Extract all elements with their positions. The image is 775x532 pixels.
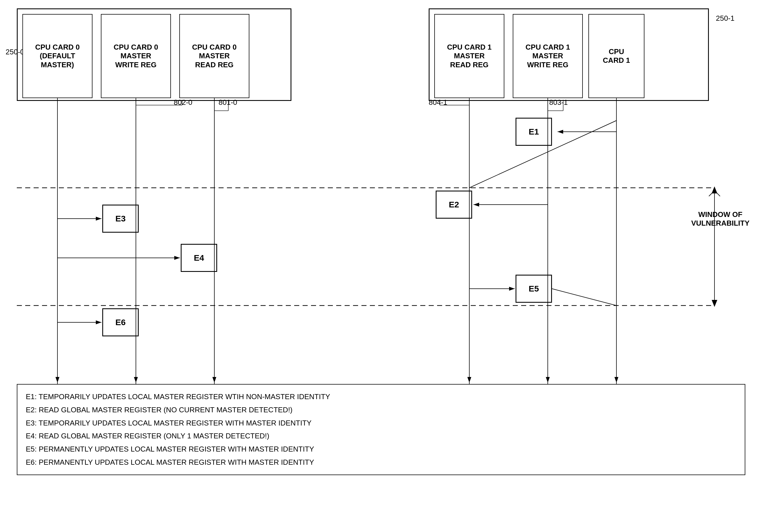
legend-line-2: E2: READ GLOBAL MASTER REGISTER (NO CURR… xyxy=(26,403,736,417)
cpu1-label: CPUCARD 1 xyxy=(603,47,630,65)
wov-arrow-top-right xyxy=(715,190,720,196)
wov-label: WINDOW OF VULNERABILITY xyxy=(688,210,753,227)
event-e2-box: E2 xyxy=(436,190,472,218)
legend-box: E1: TEMPORARILY UPDATES LOCAL MASTER REG… xyxy=(17,384,745,475)
cpu0-write-box: CPU CARD 0MASTERWRITE REG xyxy=(101,14,171,98)
cpu1-read-box: CPU CARD 1MASTERREAD REG xyxy=(434,14,504,98)
event-e3-box: E3 xyxy=(102,204,139,232)
legend-line-1: E1: TEMPORARILY UPDATES LOCAL MASTER REG… xyxy=(26,390,736,403)
ref-803-1: 803-1 xyxy=(549,98,568,107)
cpu1-box: CPUCARD 1 xyxy=(588,14,644,98)
ref-804-1: 804-1 xyxy=(429,98,448,107)
cpu0-write-label: CPU CARD 0MASTERWRITE REG xyxy=(114,43,158,69)
wov-arrow-down xyxy=(712,300,717,307)
event-e3-label: E3 xyxy=(115,214,126,223)
event-e2-label: E2 xyxy=(449,200,459,209)
event-e4-label: E4 xyxy=(194,253,204,262)
ref-802-0: 802-0 xyxy=(174,98,192,107)
event-e1-box: E1 xyxy=(516,118,552,146)
cpu0-default-label: CPU CARD 0(DEFAULTMASTER) xyxy=(35,43,80,69)
diagonal-e5-to-cpu1 xyxy=(552,289,616,306)
event-e6-label: E6 xyxy=(115,318,126,327)
legend-line-5: E5: PERMANENTLY UPDATES LOCAL MASTER REG… xyxy=(26,443,736,456)
event-e4-box: E4 xyxy=(181,244,217,272)
wov-arrow-up xyxy=(712,186,717,193)
legend-line-3: E3: TEMPORARILY UPDATES LOCAL MASTER REG… xyxy=(26,417,736,430)
cpu0-read-box: CPU CARD 0MASTERREAD REG xyxy=(179,14,249,98)
ref-801-0: 801-0 xyxy=(218,98,237,107)
group0-label: 250-0 xyxy=(6,48,24,56)
cpu0-default-box: CPU CARD 0(DEFAULTMASTER) xyxy=(22,14,92,98)
cpu1-write-label: CPU CARD 1MASTERWRITE REG xyxy=(526,43,570,69)
legend-line-4: E4: READ GLOBAL MASTER REGISTER (ONLY 1 … xyxy=(26,429,736,443)
event-e5-box: E5 xyxy=(516,275,552,303)
wov-arrow-top-left xyxy=(709,190,715,196)
cpu0-read-label: CPU CARD 0MASTERREAD REG xyxy=(192,43,237,69)
legend-line-6: E6: PERMANENTLY UPDATES LOCAL MASTER REG… xyxy=(26,456,736,469)
event-e6-box: E6 xyxy=(102,308,139,336)
event-e1-label: E1 xyxy=(529,127,539,136)
group1-label: 250-1 xyxy=(716,14,735,23)
cpu1-write-box: CPU CARD 1MASTERWRITE REG xyxy=(513,14,583,98)
diagram-container: 250-0 250-1 CPU CARD 0(DEFAULTMASTER) CP… xyxy=(0,0,775,532)
event-e5-label: E5 xyxy=(529,284,539,294)
cpu1-read-label: CPU CARD 1MASTERREAD REG xyxy=(447,43,492,69)
